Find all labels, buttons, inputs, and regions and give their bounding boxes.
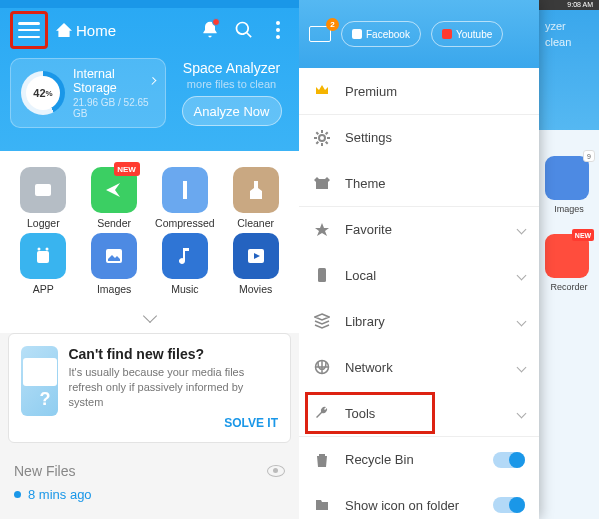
drawer-item-theme[interactable]: Theme [299, 160, 539, 206]
crown-icon [313, 82, 331, 100]
svg-point-7 [319, 135, 325, 141]
background-content: yzer clean 9 Images NEW Recorder [539, 10, 599, 519]
svg-rect-8 [318, 268, 326, 282]
expand-grid-button[interactable] [0, 303, 299, 333]
showicon-toggle[interactable] [493, 497, 525, 513]
mail-badge: 2 [326, 18, 339, 31]
new-files-header: New Files [0, 453, 299, 483]
drawer-item-settings[interactable]: Settings [299, 114, 539, 160]
drawer-item-network[interactable]: Network [299, 344, 539, 390]
trash-icon [313, 451, 331, 469]
navigation-drawer: 2 Facebook Youtube Premium Settings Them… [299, 0, 539, 519]
chevron-down-icon [517, 225, 527, 235]
chevron-down-icon [517, 362, 527, 372]
drawer-item-library[interactable]: Library [299, 298, 539, 344]
facebook-icon [352, 29, 362, 39]
phone-left: Home 42% Internal Storage [0, 0, 299, 519]
new-files-item[interactable]: 8 mins ago [0, 483, 299, 506]
app-header: Home 42% Internal Storage [0, 8, 299, 151]
new-badge: NEW [114, 162, 140, 176]
storage-row: 42% Internal Storage 21.96 GB / 52.65 GB… [0, 52, 299, 128]
drawer-item-recycle[interactable]: Recycle Bin [299, 436, 539, 482]
new-files-label: New Files [14, 463, 75, 479]
bullet-icon [14, 491, 21, 498]
bg-tile-images: 9 [545, 156, 589, 200]
analyzer-title: Space Analyzer [174, 60, 289, 76]
home-icon [56, 23, 72, 37]
home-label: Home [76, 22, 116, 39]
chevron-down-icon [517, 408, 527, 418]
shirt-icon [313, 174, 331, 192]
overflow-menu-button[interactable] [265, 17, 291, 43]
svg-rect-4 [37, 251, 49, 263]
grid-item-movies[interactable]: Movies [220, 233, 291, 295]
chevron-down-icon [142, 309, 156, 323]
internal-storage-card[interactable]: 42% Internal Storage 21.96 GB / 52.65 GB [10, 58, 166, 128]
notification-dot-icon [212, 18, 220, 26]
folder-icon [313, 496, 331, 514]
drawer-item-local[interactable]: Local [299, 252, 539, 298]
analyzer-sub: more files to clean [174, 78, 289, 90]
grid-item-cleaner[interactable]: Cleaner [220, 167, 291, 229]
storage-percent-ring-icon: 42% [21, 71, 65, 115]
info-title: Can't find new files? [68, 346, 278, 362]
chevron-right-icon [148, 77, 156, 85]
svg-point-3 [46, 248, 49, 251]
hamburger-icon[interactable] [18, 22, 40, 38]
svg-rect-0 [35, 184, 51, 196]
analyze-now-button[interactable]: Analyze Now [182, 96, 282, 126]
chevron-down-icon [517, 270, 527, 280]
new-files-time: 8 mins ago [28, 487, 92, 502]
star-icon [313, 221, 331, 239]
drawer-item-premium[interactable]: Premium [299, 68, 539, 114]
globe-icon [313, 358, 331, 376]
bg-tile-recorder: NEW [545, 234, 589, 278]
drawer-header: 2 Facebook Youtube [299, 0, 539, 68]
svg-rect-1 [183, 181, 187, 199]
info-body: It's usually because your media files re… [68, 365, 278, 410]
grid-item-app[interactable]: APP [8, 233, 79, 295]
analyzer-block: Space Analyzer more files to clean Analy… [174, 60, 289, 126]
category-grid: Logger NEWSender Compressed Cleaner APP … [0, 151, 299, 303]
storage-title: Internal Storage [73, 67, 147, 95]
grid-item-compressed[interactable]: Compressed [150, 167, 221, 229]
info-illustration-icon [21, 346, 58, 416]
facebook-button[interactable]: Facebook [341, 21, 421, 47]
info-card: Can't find new files? It's usually becau… [8, 333, 291, 443]
visibility-icon[interactable] [267, 465, 285, 477]
search-button[interactable] [231, 17, 257, 43]
drawer-item-showicon[interactable]: Show icon on folder [299, 482, 539, 519]
storage-usage: 21.96 GB / 52.65 GB [73, 97, 155, 119]
home-link[interactable]: Home [56, 22, 116, 39]
chevron-down-icon [517, 316, 527, 326]
youtube-icon [442, 29, 452, 39]
grid-item-logger[interactable]: Logger [8, 167, 79, 229]
youtube-button[interactable]: Youtube [431, 21, 503, 47]
svg-point-2 [38, 248, 41, 251]
drawer-item-tools[interactable]: Tools [299, 390, 539, 436]
drawer-list: Premium Settings Theme Favorite Local Li… [299, 68, 539, 519]
stack-icon [313, 312, 331, 330]
phone-right: 9:08 AM yzer clean 9 Images NEW Recorder [299, 0, 599, 519]
gear-icon [313, 129, 331, 147]
mail-button[interactable]: 2 [309, 26, 331, 42]
tools-highlight [305, 392, 435, 434]
recycle-toggle[interactable] [493, 452, 525, 468]
notifications-button[interactable] [197, 17, 223, 43]
menu-button-highlight [10, 11, 48, 49]
grid-item-music[interactable]: Music [150, 233, 221, 295]
status-bar [0, 0, 299, 8]
solve-it-button[interactable]: SOLVE IT [68, 416, 278, 430]
grid-item-sender[interactable]: NEWSender [79, 167, 150, 229]
drawer-item-favorite[interactable]: Favorite [299, 206, 539, 252]
grid-item-images[interactable]: Images [79, 233, 150, 295]
phone-icon [313, 266, 331, 284]
top-bar: Home [0, 8, 299, 52]
